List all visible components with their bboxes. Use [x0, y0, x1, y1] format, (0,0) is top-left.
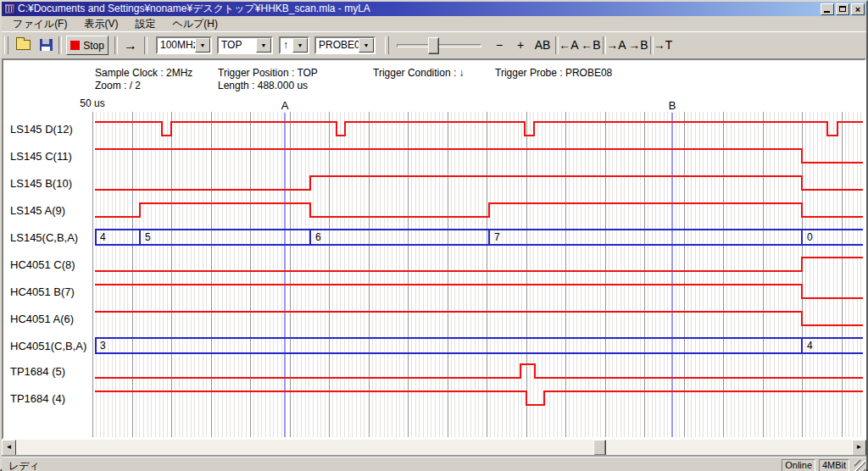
- toolbar-separator: [58, 36, 62, 54]
- ab-markers-button[interactable]: AB: [531, 36, 554, 55]
- menu-item-file[interactable]: ファイル(F): [7, 16, 73, 32]
- app-icon[interactable]: [4, 3, 15, 14]
- toolbar: Stop → 100MHz ▼ TOP ▼ ↑ ▼ PROBE00 ▼ − + …: [2, 31, 866, 58]
- floppy-save-icon: [40, 39, 53, 51]
- run-button[interactable]: →: [119, 36, 142, 55]
- info-zoom: Zoom : / 2: [95, 80, 141, 91]
- toolbar-separator: [114, 36, 118, 54]
- signal-label[interactable]: TP1684 (4): [10, 393, 65, 405]
- signal-label[interactable]: HC4051 C(8): [10, 259, 75, 271]
- dropdown-arrow-icon[interactable]: ▼: [256, 38, 271, 53]
- close-icon: ×: [852, 4, 864, 14]
- folder-open-icon: [16, 40, 31, 50]
- zoom-out-button[interactable]: −: [490, 36, 509, 55]
- title-bar[interactable]: C:¥Documents and Settings¥noname¥デスクトップ¥…: [2, 2, 866, 16]
- scroll-thumb[interactable]: [593, 440, 606, 456]
- app-window: C:¥Documents and Settings¥noname¥デスクトップ¥…: [0, 0, 868, 471]
- info-trigger-probe: Trigger Probe : PROBE08: [495, 67, 612, 79]
- h-scrollbar[interactable]: ◄ ►: [2, 440, 866, 456]
- save-file-button[interactable]: [36, 35, 56, 55]
- info-trigger-condition: Trigger Condition : ↓: [373, 67, 465, 79]
- info-trigger-position: Trigger Position : TOP: [218, 67, 318, 79]
- scroll-left-button[interactable]: ◄: [2, 440, 16, 456]
- maximize-icon: [839, 6, 846, 12]
- trigger-edge-value: ↑: [281, 38, 292, 53]
- status-online: Online: [782, 459, 815, 471]
- goto-b-forward-button[interactable]: →B: [626, 36, 650, 55]
- status-bar: レディ Online 4MBit: [2, 457, 866, 471]
- toolbar-gripper[interactable]: [385, 36, 389, 54]
- status-memory: 4MBit: [819, 459, 849, 471]
- info-sample-clock: Sample Clock : 2MHz: [95, 67, 192, 79]
- waveform-panel[interactable]: [2, 58, 866, 440]
- probe-value: PROBE00: [316, 38, 359, 53]
- minimize-button[interactable]: [821, 3, 834, 15]
- signal-label[interactable]: LS145(C,B,A): [10, 232, 78, 244]
- trigger-edge-select[interactable]: ↑ ▼: [279, 36, 309, 54]
- zoom-slider[interactable]: [397, 36, 481, 54]
- sample-clock-value: 100MHz: [158, 38, 195, 53]
- goto-a-forward-button[interactable]: →A: [604, 36, 628, 55]
- probe-select[interactable]: PROBE00 ▼: [314, 36, 376, 54]
- dropdown-arrow-icon[interactable]: ▼: [359, 38, 374, 53]
- signal-label[interactable]: HC4051(C,B,A): [10, 341, 86, 352]
- signal-label[interactable]: LS145 C(11): [10, 151, 72, 163]
- maximize-button[interactable]: [836, 3, 849, 15]
- sample-clock-select[interactable]: 100MHz ▼: [156, 36, 212, 54]
- signal-label[interactable]: LS145 A(9): [10, 205, 65, 217]
- menu-item-view[interactable]: 表示(V): [78, 16, 124, 32]
- open-file-button[interactable]: [13, 35, 33, 55]
- menu-bar: ファイル(F) 表示(V) 設定 ヘルプ(H): [2, 16, 866, 31]
- stop-button[interactable]: Stop: [66, 36, 108, 55]
- status-message: レディ: [8, 459, 40, 471]
- signal-label[interactable]: LS145 B(10): [10, 178, 72, 190]
- signal-label[interactable]: HC4051 B(7): [10, 286, 75, 298]
- goto-a-back-button[interactable]: ←A: [557, 36, 581, 55]
- signal-label[interactable]: HC4051 A(6): [10, 313, 74, 325]
- zoom-in-button[interactable]: +: [511, 36, 530, 55]
- stop-label: Stop: [83, 40, 104, 52]
- menu-item-help[interactable]: ヘルプ(H): [166, 16, 224, 32]
- dropdown-arrow-icon[interactable]: ▼: [195, 38, 210, 53]
- goto-trigger-button[interactable]: →T: [652, 36, 674, 55]
- window-title: C:¥Documents and Settings¥noname¥デスクトップ¥…: [18, 2, 819, 16]
- toolbar-separator: [144, 36, 147, 54]
- zoom-slider-track[interactable]: [397, 44, 481, 47]
- trigger-position-value: TOP: [219, 38, 256, 53]
- menu-item-settings[interactable]: 設定: [129, 16, 161, 32]
- timescale-label: 50 us: [70, 97, 115, 109]
- stop-icon: [70, 41, 80, 50]
- close-button[interactable]: ×: [851, 3, 865, 15]
- signal-label[interactable]: TP1684 (5): [10, 366, 65, 378]
- scroll-right-button[interactable]: ►: [852, 440, 866, 456]
- signal-label[interactable]: LS145 D(12): [10, 124, 73, 136]
- trigger-position-select[interactable]: TOP ▼: [217, 36, 273, 54]
- minimize-icon: [824, 11, 830, 13]
- zoom-slider-thumb[interactable]: [428, 37, 439, 54]
- goto-b-back-button[interactable]: ←B: [579, 36, 603, 55]
- toolbar-gripper[interactable]: [4, 36, 8, 54]
- info-length: Length : 488.000 us: [218, 80, 308, 91]
- resize-grip-icon[interactable]: [854, 460, 865, 471]
- dropdown-arrow-icon[interactable]: ▼: [292, 38, 308, 53]
